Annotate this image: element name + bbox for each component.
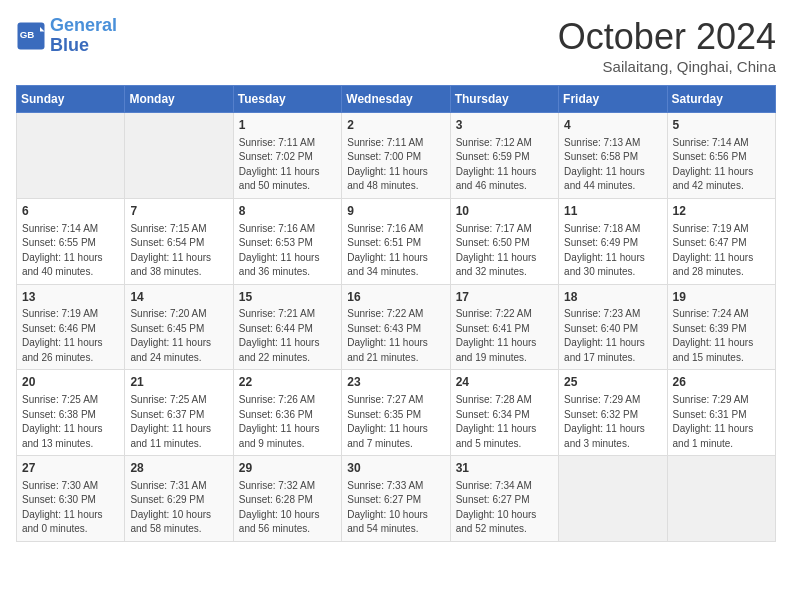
day-number: 20	[22, 374, 119, 391]
calendar-cell: 10Sunrise: 7:17 AM Sunset: 6:50 PM Dayli…	[450, 198, 558, 284]
page-header: GB General Blue October 2024 Sailaitang,…	[16, 16, 776, 75]
calendar-week-4: 20Sunrise: 7:25 AM Sunset: 6:38 PM Dayli…	[17, 370, 776, 456]
calendar-cell: 26Sunrise: 7:29 AM Sunset: 6:31 PM Dayli…	[667, 370, 775, 456]
calendar-week-3: 13Sunrise: 7:19 AM Sunset: 6:46 PM Dayli…	[17, 284, 776, 370]
calendar-cell: 2Sunrise: 7:11 AM Sunset: 7:00 PM Daylig…	[342, 113, 450, 199]
day-number: 25	[564, 374, 661, 391]
weekday-header-wednesday: Wednesday	[342, 86, 450, 113]
day-number: 6	[22, 203, 119, 220]
calendar-header: SundayMondayTuesdayWednesdayThursdayFrid…	[17, 86, 776, 113]
day-number: 1	[239, 117, 336, 134]
day-number: 13	[22, 289, 119, 306]
calendar-cell: 9Sunrise: 7:16 AM Sunset: 6:51 PM Daylig…	[342, 198, 450, 284]
calendar-cell: 17Sunrise: 7:22 AM Sunset: 6:41 PM Dayli…	[450, 284, 558, 370]
day-info: Sunrise: 7:11 AM Sunset: 7:02 PM Dayligh…	[239, 136, 336, 194]
day-number: 2	[347, 117, 444, 134]
location-subtitle: Sailaitang, Qinghai, China	[558, 58, 776, 75]
calendar-cell: 1Sunrise: 7:11 AM Sunset: 7:02 PM Daylig…	[233, 113, 341, 199]
weekday-header-monday: Monday	[125, 86, 233, 113]
day-number: 27	[22, 460, 119, 477]
day-info: Sunrise: 7:14 AM Sunset: 6:55 PM Dayligh…	[22, 222, 119, 280]
calendar-cell: 22Sunrise: 7:26 AM Sunset: 6:36 PM Dayli…	[233, 370, 341, 456]
calendar-cell: 14Sunrise: 7:20 AM Sunset: 6:45 PM Dayli…	[125, 284, 233, 370]
day-number: 5	[673, 117, 770, 134]
calendar-cell: 15Sunrise: 7:21 AM Sunset: 6:44 PM Dayli…	[233, 284, 341, 370]
calendar-cell: 27Sunrise: 7:30 AM Sunset: 6:30 PM Dayli…	[17, 456, 125, 542]
day-info: Sunrise: 7:23 AM Sunset: 6:40 PM Dayligh…	[564, 307, 661, 365]
calendar-cell: 21Sunrise: 7:25 AM Sunset: 6:37 PM Dayli…	[125, 370, 233, 456]
calendar-table: SundayMondayTuesdayWednesdayThursdayFrid…	[16, 85, 776, 542]
calendar-cell	[17, 113, 125, 199]
calendar-cell: 31Sunrise: 7:34 AM Sunset: 6:27 PM Dayli…	[450, 456, 558, 542]
title-block: October 2024 Sailaitang, Qinghai, China	[558, 16, 776, 75]
calendar-cell: 4Sunrise: 7:13 AM Sunset: 6:58 PM Daylig…	[559, 113, 667, 199]
logo: GB General Blue	[16, 16, 117, 56]
calendar-cell: 7Sunrise: 7:15 AM Sunset: 6:54 PM Daylig…	[125, 198, 233, 284]
day-info: Sunrise: 7:26 AM Sunset: 6:36 PM Dayligh…	[239, 393, 336, 451]
logo-icon: GB	[16, 21, 46, 51]
calendar-cell: 29Sunrise: 7:32 AM Sunset: 6:28 PM Dayli…	[233, 456, 341, 542]
day-info: Sunrise: 7:12 AM Sunset: 6:59 PM Dayligh…	[456, 136, 553, 194]
day-info: Sunrise: 7:28 AM Sunset: 6:34 PM Dayligh…	[456, 393, 553, 451]
day-info: Sunrise: 7:22 AM Sunset: 6:41 PM Dayligh…	[456, 307, 553, 365]
day-number: 19	[673, 289, 770, 306]
calendar-body: 1Sunrise: 7:11 AM Sunset: 7:02 PM Daylig…	[17, 113, 776, 542]
calendar-cell: 28Sunrise: 7:31 AM Sunset: 6:29 PM Dayli…	[125, 456, 233, 542]
day-number: 23	[347, 374, 444, 391]
day-info: Sunrise: 7:27 AM Sunset: 6:35 PM Dayligh…	[347, 393, 444, 451]
calendar-cell: 19Sunrise: 7:24 AM Sunset: 6:39 PM Dayli…	[667, 284, 775, 370]
day-info: Sunrise: 7:15 AM Sunset: 6:54 PM Dayligh…	[130, 222, 227, 280]
day-number: 28	[130, 460, 227, 477]
day-number: 29	[239, 460, 336, 477]
calendar-week-1: 1Sunrise: 7:11 AM Sunset: 7:02 PM Daylig…	[17, 113, 776, 199]
day-info: Sunrise: 7:14 AM Sunset: 6:56 PM Dayligh…	[673, 136, 770, 194]
logo-text: General Blue	[50, 16, 117, 56]
day-info: Sunrise: 7:32 AM Sunset: 6:28 PM Dayligh…	[239, 479, 336, 537]
day-number: 17	[456, 289, 553, 306]
calendar-cell	[125, 113, 233, 199]
weekday-header-thursday: Thursday	[450, 86, 558, 113]
calendar-cell: 25Sunrise: 7:29 AM Sunset: 6:32 PM Dayli…	[559, 370, 667, 456]
day-info: Sunrise: 7:30 AM Sunset: 6:30 PM Dayligh…	[22, 479, 119, 537]
calendar-cell: 24Sunrise: 7:28 AM Sunset: 6:34 PM Dayli…	[450, 370, 558, 456]
calendar-cell: 8Sunrise: 7:16 AM Sunset: 6:53 PM Daylig…	[233, 198, 341, 284]
day-number: 9	[347, 203, 444, 220]
calendar-cell: 23Sunrise: 7:27 AM Sunset: 6:35 PM Dayli…	[342, 370, 450, 456]
calendar-week-5: 27Sunrise: 7:30 AM Sunset: 6:30 PM Dayli…	[17, 456, 776, 542]
svg-text:GB: GB	[20, 28, 35, 39]
day-info: Sunrise: 7:25 AM Sunset: 6:37 PM Dayligh…	[130, 393, 227, 451]
day-number: 22	[239, 374, 336, 391]
day-number: 14	[130, 289, 227, 306]
day-info: Sunrise: 7:34 AM Sunset: 6:27 PM Dayligh…	[456, 479, 553, 537]
calendar-cell: 20Sunrise: 7:25 AM Sunset: 6:38 PM Dayli…	[17, 370, 125, 456]
weekday-header-saturday: Saturday	[667, 86, 775, 113]
day-number: 26	[673, 374, 770, 391]
day-number: 24	[456, 374, 553, 391]
logo-line1: General	[50, 15, 117, 35]
day-info: Sunrise: 7:29 AM Sunset: 6:31 PM Dayligh…	[673, 393, 770, 451]
day-number: 3	[456, 117, 553, 134]
day-number: 10	[456, 203, 553, 220]
calendar-cell: 16Sunrise: 7:22 AM Sunset: 6:43 PM Dayli…	[342, 284, 450, 370]
day-number: 21	[130, 374, 227, 391]
day-info: Sunrise: 7:29 AM Sunset: 6:32 PM Dayligh…	[564, 393, 661, 451]
weekday-header-tuesday: Tuesday	[233, 86, 341, 113]
day-info: Sunrise: 7:21 AM Sunset: 6:44 PM Dayligh…	[239, 307, 336, 365]
day-info: Sunrise: 7:18 AM Sunset: 6:49 PM Dayligh…	[564, 222, 661, 280]
calendar-cell: 12Sunrise: 7:19 AM Sunset: 6:47 PM Dayli…	[667, 198, 775, 284]
day-number: 30	[347, 460, 444, 477]
calendar-cell: 11Sunrise: 7:18 AM Sunset: 6:49 PM Dayli…	[559, 198, 667, 284]
day-number: 18	[564, 289, 661, 306]
calendar-cell: 6Sunrise: 7:14 AM Sunset: 6:55 PM Daylig…	[17, 198, 125, 284]
day-info: Sunrise: 7:19 AM Sunset: 6:47 PM Dayligh…	[673, 222, 770, 280]
calendar-cell: 3Sunrise: 7:12 AM Sunset: 6:59 PM Daylig…	[450, 113, 558, 199]
day-number: 11	[564, 203, 661, 220]
logo-line2: Blue	[50, 35, 89, 55]
day-info: Sunrise: 7:16 AM Sunset: 6:53 PM Dayligh…	[239, 222, 336, 280]
day-info: Sunrise: 7:31 AM Sunset: 6:29 PM Dayligh…	[130, 479, 227, 537]
day-info: Sunrise: 7:13 AM Sunset: 6:58 PM Dayligh…	[564, 136, 661, 194]
day-number: 4	[564, 117, 661, 134]
day-info: Sunrise: 7:19 AM Sunset: 6:46 PM Dayligh…	[22, 307, 119, 365]
calendar-cell	[667, 456, 775, 542]
day-info: Sunrise: 7:24 AM Sunset: 6:39 PM Dayligh…	[673, 307, 770, 365]
